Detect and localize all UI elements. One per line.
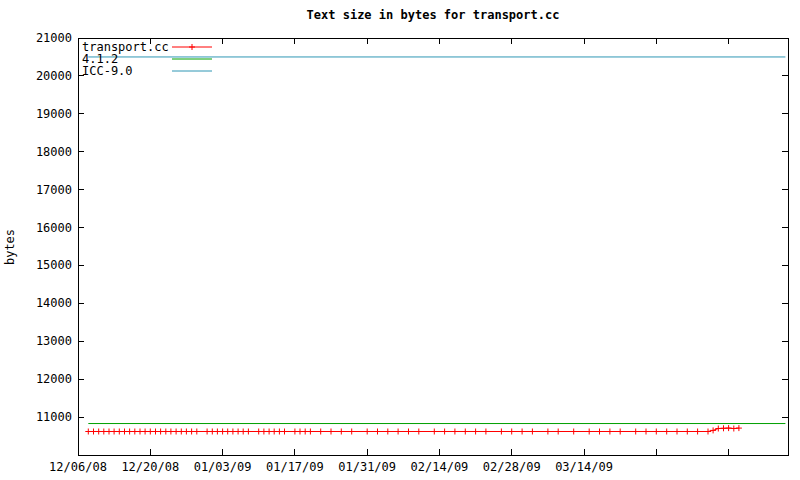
axes: 1100012000130001400015000160001700018000… bbox=[36, 31, 788, 474]
legend: transport.cc 4.1.2 ICC-9.0 bbox=[82, 40, 212, 78]
y-tick-label: 13000 bbox=[36, 334, 72, 348]
x-tick-label: 12/20/08 bbox=[121, 460, 179, 474]
chart-canvas: 1100012000130001400015000160001700018000… bbox=[0, 0, 800, 480]
legend-sample-transport-marker bbox=[189, 44, 195, 50]
y-tick-label: 11000 bbox=[36, 410, 72, 424]
series-layer bbox=[85, 57, 785, 435]
legend-label-icc: ICC-9.0 bbox=[82, 64, 133, 78]
y-tick-label: 20000 bbox=[36, 69, 72, 83]
series-transport.cc bbox=[85, 425, 742, 434]
y-tick-label: 19000 bbox=[36, 107, 72, 121]
y-tick-label: 17000 bbox=[36, 183, 72, 197]
y-tick-label: 21000 bbox=[36, 31, 72, 45]
x-tick-label: 02/28/09 bbox=[483, 460, 541, 474]
y-axis-label: bytes bbox=[3, 229, 17, 265]
chart: 1100012000130001400015000160001700018000… bbox=[0, 0, 800, 480]
y-tick-label: 15000 bbox=[36, 258, 72, 272]
x-tick-label: 02/14/09 bbox=[411, 460, 469, 474]
chart-title: Text size in bytes for transport.cc bbox=[307, 8, 560, 22]
x-tick-label: 01/31/09 bbox=[338, 460, 396, 474]
x-tick-label: 03/14/09 bbox=[555, 460, 613, 474]
y-tick-label: 16000 bbox=[36, 221, 72, 235]
plot-border bbox=[78, 38, 788, 455]
x-tick-label: 01/03/09 bbox=[194, 460, 252, 474]
y-tick-label: 18000 bbox=[36, 145, 72, 159]
x-tick-label: 12/06/08 bbox=[49, 460, 107, 474]
plot-area: 1100012000130001400015000160001700018000… bbox=[36, 31, 788, 474]
y-tick-label: 14000 bbox=[36, 296, 72, 310]
y-tick-label: 12000 bbox=[36, 372, 72, 386]
data-point-markers bbox=[85, 425, 742, 434]
x-tick-label: 01/17/09 bbox=[266, 460, 324, 474]
